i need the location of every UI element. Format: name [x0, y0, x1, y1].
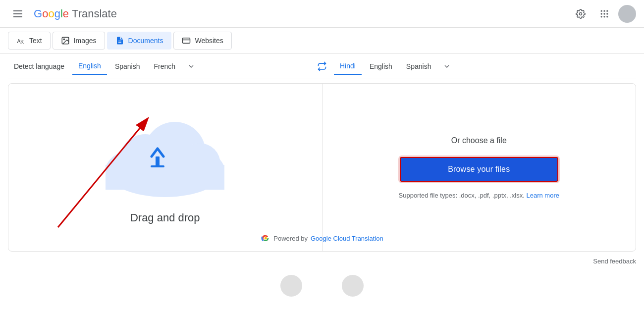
powered-by-text: Powered by [273, 235, 308, 242]
header: Google Translate [0, 0, 644, 28]
target-lang-dropdown[interactable] [439, 58, 455, 74]
source-lang-dropdown[interactable] [183, 58, 199, 74]
tab-documents[interactable]: Documents [107, 32, 172, 50]
svg-point-4 [601, 13, 602, 14]
cloud-illustration [96, 110, 234, 200]
bottom-avatar-left [280, 275, 302, 297]
images-icon [61, 36, 70, 45]
source-lang-french[interactable]: French [148, 58, 181, 74]
svg-rect-24 [106, 165, 224, 190]
source-lang-english[interactable]: English [72, 58, 107, 75]
tab-documents-label: Documents [128, 37, 163, 45]
apps-button[interactable] [594, 4, 614, 24]
svg-rect-26 [151, 165, 164, 167]
footer: Send feedback [0, 254, 644, 269]
language-selectors: Detect language English Spanish French H… [8, 54, 636, 79]
svg-text:文: 文 [20, 40, 24, 44]
svg-point-6 [606, 13, 608, 14]
settings-button[interactable] [571, 4, 590, 24]
logo-translate-text: Translate [72, 7, 117, 20]
header-right [571, 4, 636, 24]
header-left: Google Translate [8, 4, 117, 24]
apps-grid-icon [599, 9, 609, 19]
logo: Google Translate [34, 7, 117, 20]
tab-websites-label: Websites [195, 37, 223, 45]
learn-more-link[interactable]: Learn more [527, 192, 559, 199]
bottom-avatars [0, 271, 644, 301]
source-lang-spanish-label: Spanish [115, 62, 140, 70]
svg-point-2 [603, 10, 605, 11]
tab-text-label: Text [29, 37, 42, 45]
swap-languages-button[interactable] [310, 61, 334, 71]
google-cloud-link[interactable]: Google Cloud Translation [311, 235, 383, 242]
google-cloud-icon [261, 233, 270, 243]
tab-bar: A文 Text Images Documents Websites [0, 28, 644, 54]
source-lang-french-label: French [154, 62, 175, 70]
svg-rect-25 [156, 156, 160, 166]
swap-icon [317, 61, 327, 71]
target-lang-spanish[interactable]: Spanish [400, 58, 437, 74]
source-language-group: Detect language English Spanish French [8, 58, 310, 75]
avatar[interactable] [618, 5, 636, 23]
browse-files-button[interactable]: Browse your files [400, 157, 558, 182]
send-feedback-button[interactable]: Send feedback [593, 258, 636, 265]
svg-point-0 [580, 12, 582, 15]
content-area: Drag and drop Or choose a file Browse yo… [8, 83, 636, 252]
target-language-group: Hindi English Spanish [334, 58, 636, 75]
svg-point-7 [601, 16, 602, 17]
powered-by: Powered by Google Cloud Translation [261, 233, 383, 243]
target-lang-english-label: English [370, 62, 392, 70]
logo-google-text: Google [34, 7, 69, 20]
tab-text[interactable]: A文 Text [8, 32, 51, 50]
tab-images-label: Images [74, 37, 97, 45]
svg-point-3 [606, 10, 608, 11]
target-lang-hindi[interactable]: Hindi [334, 58, 362, 75]
main: Detect language English Spanish French H… [0, 54, 644, 252]
bottom-avatar-right [342, 275, 364, 297]
svg-point-9 [606, 16, 608, 17]
supported-text-label: Supported file types: .docx, .pdf, .pptx… [399, 192, 525, 199]
menu-line [13, 10, 22, 11]
websites-icon [182, 36, 191, 45]
menu-line [13, 16, 22, 17]
drag-drop-label: Drag and drop [130, 211, 200, 224]
supported-file-types: Supported file types: .docx, .pdf, .pptx… [399, 192, 559, 199]
or-choose-text: Or choose a file [451, 136, 507, 145]
menu-button[interactable] [8, 4, 28, 24]
svg-rect-16 [183, 38, 190, 44]
tab-websites[interactable]: Websites [173, 32, 231, 50]
source-lang-english-label: English [78, 62, 101, 70]
target-lang-english[interactable]: English [364, 58, 398, 74]
target-lang-spanish-label: Spanish [406, 62, 431, 70]
text-icon: A文 [16, 36, 25, 45]
source-lang-detect[interactable]: Detect language [8, 58, 70, 74]
right-panel: Or choose a file Browse your files Suppo… [322, 84, 636, 251]
tab-images[interactable]: Images [53, 32, 105, 50]
svg-point-13 [63, 39, 64, 40]
svg-point-1 [601, 10, 602, 11]
target-lang-hindi-label: Hindi [340, 62, 356, 70]
documents-icon [115, 36, 124, 45]
chevron-down-icon [187, 62, 195, 70]
source-lang-spanish[interactable]: Spanish [109, 58, 146, 74]
menu-line [13, 13, 22, 14]
left-panel: Drag and drop [8, 84, 322, 251]
svg-point-8 [603, 16, 605, 17]
source-lang-detect-label: Detect language [14, 62, 64, 70]
svg-point-27 [265, 237, 267, 240]
chevron-down-icon [443, 62, 451, 70]
gear-icon [576, 9, 586, 19]
cloud-svg [96, 110, 234, 200]
svg-point-5 [603, 13, 605, 14]
